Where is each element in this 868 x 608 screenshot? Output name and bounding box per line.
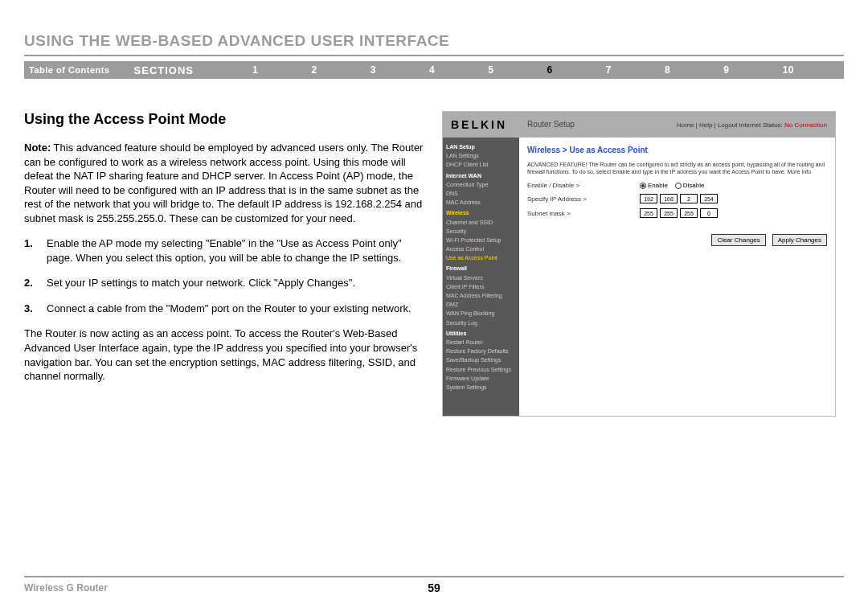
clear-changes-button[interactable]: Clear Changes bbox=[711, 234, 765, 246]
page: USING THE WEB-BASED ADVANCED USER INTERF… bbox=[0, 0, 868, 608]
rs-side-item[interactable]: DNS bbox=[446, 189, 516, 198]
ip-octet-2[interactable]: 168 bbox=[660, 194, 678, 203]
mask-octet-4[interactable]: 0 bbox=[700, 208, 718, 218]
step-number: 1. bbox=[24, 236, 47, 265]
rs-side-hd-lan: LAN Setup bbox=[446, 142, 516, 151]
rs-breadcrumb: Wireless > Use as Access Point bbox=[527, 146, 827, 154]
rs-enable-options: Enable Disable bbox=[640, 182, 705, 189]
rs-side-item-selected[interactable]: Use as Access Point bbox=[446, 253, 516, 262]
section-1[interactable]: 1 bbox=[252, 64, 258, 76]
section-heading: Using the Access Point Mode bbox=[24, 111, 426, 128]
rs-mask-fields: 255 255 255 0 bbox=[640, 208, 718, 218]
note-text: This advanced feature should be employed… bbox=[24, 142, 423, 224]
section-4[interactable]: 4 bbox=[429, 64, 435, 76]
rs-enable-label: Enable / Disable > bbox=[527, 182, 640, 189]
rs-buttons: Clear Changes Apply Changes bbox=[527, 234, 827, 246]
step-number: 3. bbox=[24, 302, 47, 316]
text-column: Using the Access Point Mode Note: This a… bbox=[24, 111, 426, 417]
section-numbers: 1 2 3 4 5 6 7 8 9 10 bbox=[226, 64, 821, 76]
mask-octet-2[interactable]: 255 bbox=[660, 208, 678, 218]
rs-status: No Connection bbox=[784, 121, 827, 129]
section-2[interactable]: 2 bbox=[311, 64, 317, 76]
ip-octet-4[interactable]: 254 bbox=[700, 194, 718, 203]
rs-side-item[interactable]: Security bbox=[446, 227, 516, 236]
rs-side-hd-wireless: Wireless bbox=[446, 208, 516, 217]
section-9[interactable]: 9 bbox=[723, 64, 729, 76]
rs-row-mask: Subnet mask > 255 255 255 0 bbox=[527, 208, 827, 218]
ip-octet-1[interactable]: 192 bbox=[640, 194, 657, 203]
belkin-logo: BELKIN bbox=[451, 118, 507, 131]
rs-side-item[interactable]: DHCP Client List bbox=[446, 160, 516, 169]
rs-side-item[interactable]: Client IP Filters bbox=[446, 282, 516, 291]
radio-enable-label: Enable bbox=[648, 182, 668, 189]
rs-side-item[interactable]: WAN Ping Blocking bbox=[446, 309, 516, 318]
router-setup-screenshot: BELKIN Router Setup Home | Help | Logout… bbox=[442, 111, 836, 417]
section-nav: Table of Contents SECTIONS 1 2 3 4 5 6 7… bbox=[24, 61, 844, 79]
section-3[interactable]: 3 bbox=[371, 64, 376, 76]
step-3: 3. Connect a cable from the "Modem" port… bbox=[24, 302, 426, 316]
rs-mask-label: Subnet mask > bbox=[527, 210, 640, 217]
sections-label: SECTIONS bbox=[134, 64, 194, 76]
rs-side-item[interactable]: Virtual Servers bbox=[446, 273, 516, 282]
rs-header-links-text: Home | Help | Logout Internet Status: bbox=[677, 121, 783, 129]
rs-side-item[interactable]: System Settings bbox=[446, 383, 516, 392]
rs-side-item[interactable]: MAC Address bbox=[446, 198, 516, 207]
rs-side-item[interactable]: Restore Previous Settings bbox=[446, 365, 516, 374]
rs-header: BELKIN Router Setup Home | Help | Logout… bbox=[443, 112, 835, 138]
page-number: 59 bbox=[428, 581, 440, 594]
note-paragraph: Note: This advanced feature should be em… bbox=[24, 141, 426, 225]
rs-side-item[interactable]: Connection Type bbox=[446, 180, 516, 189]
rs-side-hd-firewall: Firewall bbox=[446, 264, 516, 273]
toc-link[interactable]: Table of Contents bbox=[29, 65, 110, 75]
step-text: Connect a cable from the "Modem" port on… bbox=[47, 302, 426, 316]
rs-ip-fields: 192 168 2 254 bbox=[640, 194, 718, 203]
rs-side-item[interactable]: Restart Router bbox=[446, 338, 516, 347]
rs-header-links: Home | Help | Logout Internet Status: No… bbox=[677, 121, 827, 129]
rs-side-item[interactable]: DMZ bbox=[446, 300, 516, 309]
step-number: 2. bbox=[24, 276, 47, 290]
section-10[interactable]: 10 bbox=[783, 64, 794, 76]
screenshot-column: BELKIN Router Setup Home | Help | Logout… bbox=[442, 111, 844, 417]
rs-blurb: ADVANCED FEATURE! The Router can be conf… bbox=[527, 161, 827, 175]
body: Using the Access Point Mode Note: This a… bbox=[24, 111, 844, 417]
product-name: Wireless G Router bbox=[24, 582, 108, 594]
radio-disable[interactable] bbox=[675, 183, 682, 189]
rs-side-item[interactable]: Channel and SSID bbox=[446, 218, 516, 227]
section-5[interactable]: 5 bbox=[488, 64, 493, 76]
rs-side-hd-utilities: Utilities bbox=[446, 329, 516, 338]
rs-row-ip: Specify IP Address > 192 168 2 254 bbox=[527, 194, 827, 203]
apply-changes-button[interactable]: Apply Changes bbox=[772, 234, 827, 246]
rs-side-item[interactable]: Security Log bbox=[446, 318, 516, 327]
rs-side-hd-wan: Internet WAN bbox=[446, 171, 516, 180]
footer: Wireless G Router 59 bbox=[24, 576, 844, 594]
rs-content: Wireless > Use as Access Point ADVANCED … bbox=[519, 138, 835, 416]
page-title: USING THE WEB-BASED ADVANCED USER INTERF… bbox=[24, 32, 844, 56]
step-text: Enable the AP mode my selecting "Enable"… bbox=[47, 236, 426, 265]
rs-ip-label: Specify IP Address > bbox=[527, 195, 640, 203]
rs-side-item[interactable]: LAN Settings bbox=[446, 151, 516, 160]
section-6[interactable]: 6 bbox=[547, 64, 553, 76]
rs-side-item[interactable]: Save/Backup Settings bbox=[446, 355, 516, 364]
rs-sidebar: LAN Setup LAN Settings DHCP Client List … bbox=[443, 138, 519, 416]
rs-row-enable: Enable / Disable > Enable Disable bbox=[527, 182, 827, 189]
rs-side-item[interactable]: MAC Address Filtering bbox=[446, 291, 516, 300]
section-7[interactable]: 7 bbox=[606, 64, 612, 76]
section-8[interactable]: 8 bbox=[665, 64, 670, 76]
mask-octet-1[interactable]: 255 bbox=[640, 208, 657, 218]
rs-side-item[interactable]: Access Control bbox=[446, 244, 516, 253]
rs-side-item[interactable]: Firmware Update bbox=[446, 374, 516, 383]
after-paragraph: The Router is now acting as an access po… bbox=[24, 327, 426, 383]
ip-octet-3[interactable]: 2 bbox=[680, 194, 698, 203]
rs-body: LAN Setup LAN Settings DHCP Client List … bbox=[443, 138, 835, 416]
rs-side-item[interactable]: Wi-Fi Protected Setup bbox=[446, 236, 516, 244]
step-text: Set your IP settings to match your netwo… bbox=[47, 276, 426, 290]
radio-enable[interactable] bbox=[640, 183, 646, 189]
step-2: 2. Set your IP settings to match your ne… bbox=[24, 276, 426, 290]
rs-header-title: Router Setup bbox=[527, 120, 575, 129]
step-1: 1. Enable the AP mode my selecting "Enab… bbox=[24, 236, 426, 265]
radio-disable-label: Disable bbox=[683, 182, 705, 189]
rs-side-item[interactable]: Restore Factory Defaults bbox=[446, 347, 516, 355]
mask-octet-3[interactable]: 255 bbox=[680, 208, 698, 218]
note-label: Note: bbox=[24, 142, 51, 154]
